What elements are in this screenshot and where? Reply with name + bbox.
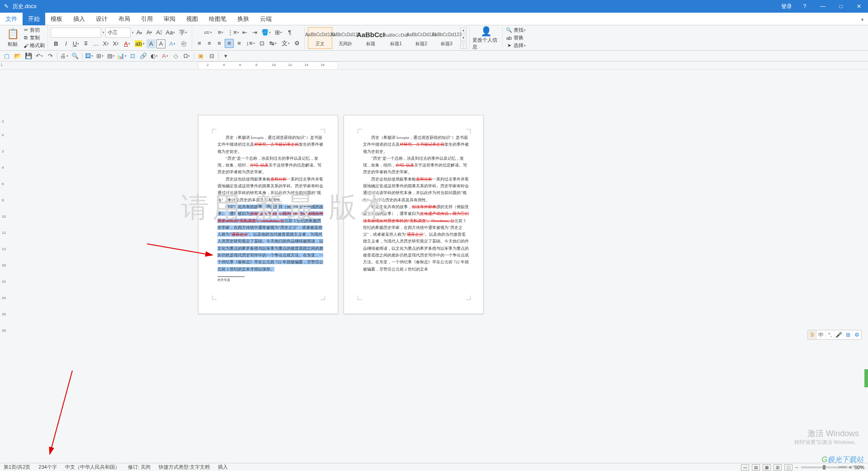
- page-2[interactable]: 历史（希腊语 ἱστορία，通过调查获得的知识"）是书面文件中描述的过去及对研…: [344, 115, 484, 314]
- clear-format-button[interactable]: A⃠: [155, 28, 164, 37]
- help-button[interactable]: ?: [796, 0, 814, 13]
- chevron-down-icon[interactable]: ▾: [132, 31, 134, 34]
- number-list-button[interactable]: ≡▾: [215, 28, 226, 37]
- status-shortcut-type[interactable]: 快捷方式类型:文字文档: [159, 464, 210, 471]
- ime-punct-button[interactable]: °,: [826, 330, 835, 339]
- redo-button[interactable]: ↷: [45, 52, 55, 61]
- page-1[interactable]: 历史（希腊语 ἱστορία，通过调查获得的知识"）是书面文件中描述的过去及对研…: [198, 115, 338, 314]
- border-button[interactable]: ⊞▾: [273, 28, 284, 37]
- shading-button[interactable]: 🪣▾: [260, 28, 272, 37]
- view-draft-button[interactable]: ▢: [784, 464, 793, 471]
- find-button[interactable]: 🔍查找▾: [505, 27, 526, 34]
- italic-button[interactable]: I: [61, 39, 71, 48]
- style-title[interactable]: AaBbCcI标题: [359, 27, 383, 49]
- minimize-button[interactable]: —: [814, 0, 832, 13]
- undo-button[interactable]: ↶▾: [34, 52, 44, 61]
- menu-skin[interactable]: 换肤: [232, 13, 255, 25]
- menu-reference[interactable]: 引用: [136, 13, 158, 25]
- align-right-button[interactable]: ≡: [215, 39, 224, 48]
- align-left-button[interactable]: ≡: [195, 39, 204, 48]
- menu-template[interactable]: 模板: [45, 13, 68, 25]
- subscript-button[interactable]: X2: [111, 39, 120, 48]
- menu-home[interactable]: 开始: [23, 13, 45, 25]
- view-print-button[interactable]: ▤: [752, 464, 760, 471]
- increase-indent-button[interactable]: ⇥: [250, 28, 259, 37]
- chevron-down-icon[interactable]: ▾: [103, 31, 104, 34]
- vertical-ruler[interactable]: 2 0 2 4 6 8 10 12 13 20 22 24 26 28: [0, 70, 9, 463]
- menu-draw[interactable]: 绘图笔: [203, 13, 232, 25]
- justify-button[interactable]: ≡: [225, 39, 234, 48]
- strikethrough-button[interactable]: T̶: [81, 39, 90, 48]
- menu-file[interactable]: 文件: [0, 13, 23, 25]
- select-button[interactable]: ➤选择▾: [505, 42, 526, 49]
- link-button[interactable]: 🔗: [138, 52, 148, 61]
- underline-button[interactable]: U▾: [71, 39, 80, 48]
- status-page[interactable]: 第1页/共2页: [4, 464, 30, 471]
- ribbon-collapse-button[interactable]: ▴: [857, 16, 868, 21]
- char-border-button[interactable]: A: [156, 39, 165, 48]
- ime-settings-button[interactable]: ⚙: [853, 330, 861, 339]
- ime-toolbar[interactable]: S 中 °, 🎤 ⊞ ⚙: [807, 330, 862, 340]
- new-doc-button[interactable]: ▢: [2, 52, 12, 61]
- equation-button[interactable]: Ω▾: [182, 52, 192, 61]
- menu-review[interactable]: 审阅: [158, 13, 181, 25]
- menu-layout[interactable]: 布局: [113, 13, 136, 25]
- multilevel-list-button[interactable]: ⋮≡▾: [227, 28, 239, 37]
- screenshot-button[interactable]: ⊡: [127, 52, 137, 61]
- superscript-button[interactable]: X2: [101, 39, 110, 48]
- maximize-button[interactable]: □: [832, 0, 850, 13]
- side-tab[interactable]: [864, 369, 868, 387]
- status-track-changes[interactable]: 修订: 关闭: [128, 464, 151, 471]
- enclose-char-button[interactable]: ㊥: [179, 39, 188, 48]
- change-case-button[interactable]: Aa▾: [165, 28, 176, 37]
- style-scroll[interactable]: ▴▾⋮: [460, 27, 467, 49]
- menu-insert[interactable]: 插入: [68, 13, 90, 25]
- status-insert-mode[interactable]: 插入: [218, 464, 228, 471]
- horizontal-ruler[interactable]: 2 4 6 8 10 12 14 16: [198, 62, 338, 70]
- grow-font-button[interactable]: A▴: [135, 28, 144, 37]
- line-spacing-button[interactable]: ↕≡▾: [245, 39, 256, 48]
- replace-button[interactable]: ab替换: [505, 34, 526, 42]
- ime-lang-button[interactable]: 中: [817, 330, 826, 339]
- page-2-content[interactable]: 历史（希腊语 ἱστορία，通过调查获得的知识"）是书面文件中描述的过去及对研…: [344, 115, 483, 286]
- chart-button[interactable]: 📊▾: [117, 52, 127, 61]
- close-button[interactable]: ✕: [850, 0, 868, 13]
- style-heading2[interactable]: AaBbCcDd123标题2: [409, 27, 434, 49]
- open-button[interactable]: 📂: [13, 52, 23, 61]
- sort-button[interactable]: ⊡: [257, 39, 266, 48]
- highlight-button[interactable]: ab▾: [134, 39, 146, 48]
- preview-button[interactable]: 🔍: [70, 52, 80, 61]
- distribute-button[interactable]: ≡: [235, 39, 244, 48]
- view-web-button[interactable]: ▦: [763, 464, 771, 471]
- style-nospacing[interactable]: AaBbCcDd123无间距: [333, 27, 358, 49]
- menu-cloud[interactable]: 云端: [255, 13, 277, 25]
- bold-button[interactable]: B: [52, 39, 61, 48]
- show-marks-button[interactable]: ¶: [285, 28, 294, 37]
- table-button[interactable]: ⊞▾: [95, 52, 105, 61]
- font-color-button[interactable]: A▾: [121, 39, 133, 48]
- text-direction-button[interactable]: 文▾: [280, 39, 292, 48]
- phonetic-guide-button[interactable]: 字▾: [177, 28, 189, 37]
- textbox-button[interactable]: A▾: [160, 52, 170, 61]
- status-word-count[interactable]: 234个字: [38, 464, 57, 471]
- status-language[interactable]: 中文（中华人民共和国）: [65, 464, 120, 471]
- customize-button[interactable]: ▾: [221, 52, 231, 61]
- symbol-button[interactable]: ◇: [171, 52, 181, 61]
- document-area[interactable]: 2 0 2 4 6 8 10 12 13 20 22 24 26 28 请用 新…: [0, 70, 868, 463]
- para-settings-button[interactable]: ⚙: [292, 39, 302, 48]
- save-button[interactable]: 💾: [24, 52, 33, 61]
- ime-grid-button[interactable]: ⊞: [844, 330, 853, 339]
- decrease-indent-button[interactable]: ⇤: [240, 28, 249, 37]
- print-button[interactable]: 🖨▾: [59, 52, 69, 61]
- char-shading-button[interactable]: A: [146, 39, 156, 48]
- copy-button[interactable]: ⧉复制: [23, 34, 45, 42]
- header-button[interactable]: ▤▾: [106, 52, 116, 61]
- cover-button[interactable]: ▣: [196, 52, 206, 61]
- format-painter-button[interactable]: 🖌格式刷: [23, 42, 45, 49]
- style-normal[interactable]: AaBbCcDd123正文: [308, 27, 332, 49]
- menu-design[interactable]: 设计: [90, 13, 113, 25]
- paste-button[interactable]: 📋 粘贴: [5, 27, 21, 49]
- ime-logo-icon[interactable]: S: [808, 330, 817, 339]
- view-outline-button[interactable]: ▥: [774, 464, 782, 471]
- style-heading3[interactable]: AaBbCcDd123标题3: [434, 27, 459, 49]
